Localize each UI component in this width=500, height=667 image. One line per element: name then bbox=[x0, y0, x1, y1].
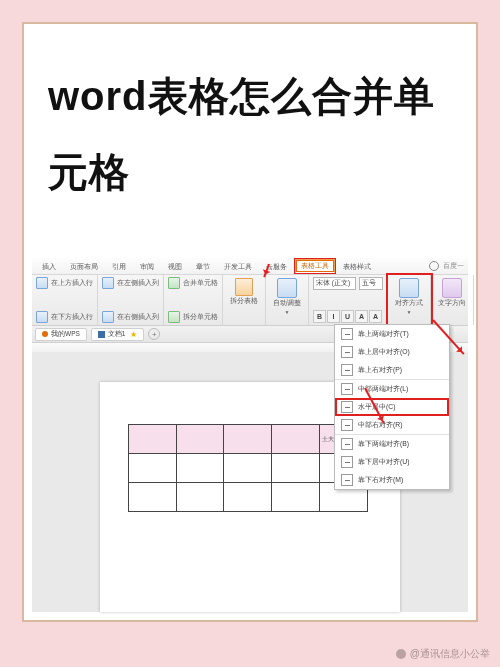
ribbon: 在上方插入行 在下方插入行 在左侧插入列 在右侧插入列 合并单元格 拆分单元格 … bbox=[32, 275, 468, 326]
font-style-button[interactable]: U bbox=[341, 310, 354, 323]
card: word表格怎么合并单元格 插入页面布局引用审阅视图章节开发工具云服务表格工具表… bbox=[22, 22, 478, 622]
menu-item-label: 靠下右对齐(M) bbox=[358, 475, 403, 485]
ribbon-tab[interactable]: 视图 bbox=[162, 260, 188, 273]
merge-cells-icon[interactable] bbox=[168, 277, 180, 289]
insert-col-left-icon[interactable] bbox=[102, 277, 114, 289]
grp-split-table: 拆分表格 bbox=[223, 275, 266, 325]
font-style-button[interactable]: I bbox=[327, 310, 340, 323]
menu-item-label: 靠下两端对齐(B) bbox=[358, 439, 409, 449]
headline: word表格怎么合并单元格 bbox=[24, 24, 476, 220]
ribbon-tab[interactable]: 审阅 bbox=[134, 260, 160, 273]
doc-chip[interactable]: 文档1 ★ bbox=[91, 328, 145, 341]
grp-merge: 合并单元格 拆分单元格 bbox=[164, 275, 223, 325]
ribbon-tab[interactable]: 章节 bbox=[190, 260, 216, 273]
table-cell[interactable] bbox=[272, 483, 320, 512]
ribbon-tab[interactable]: 表格工具 bbox=[295, 259, 335, 273]
grp-align[interactable]: 对齐方式 ▼ bbox=[388, 275, 431, 325]
table-cell[interactable] bbox=[224, 454, 272, 483]
tabs-right: 百度一 bbox=[429, 261, 468, 271]
table-cell[interactable] bbox=[176, 425, 224, 454]
table-cell[interactable] bbox=[176, 483, 224, 512]
grp-formula: fx快速计算 公式 bbox=[474, 275, 478, 325]
label-split-table[interactable]: 拆分表格 bbox=[230, 297, 258, 306]
align-option-icon bbox=[341, 456, 353, 468]
table-cell[interactable] bbox=[272, 425, 320, 454]
table-cell[interactable] bbox=[224, 425, 272, 454]
grp-font: 宋体 (正文) 五号 BIUAA bbox=[309, 275, 388, 325]
label-col-right[interactable]: 在右侧插入列 bbox=[117, 313, 159, 322]
font-style-buttons: BIUAA bbox=[313, 310, 383, 323]
watermark-text: @通讯信息小公举 bbox=[410, 647, 490, 661]
label-row-above[interactable]: 在上方插入行 bbox=[51, 279, 93, 288]
font-style-button[interactable]: A bbox=[369, 310, 382, 323]
menu-item-label: 靠下居中对齐(U) bbox=[358, 457, 409, 467]
ribbon-tab[interactable]: 表格样式 bbox=[337, 260, 377, 273]
align-option-icon bbox=[341, 401, 353, 413]
insert-row-above-icon[interactable] bbox=[36, 277, 48, 289]
ribbon-tab[interactable]: 页面布局 bbox=[64, 260, 104, 273]
align-option-icon bbox=[341, 364, 353, 376]
font-name-select[interactable]: 宋体 (正文) bbox=[313, 277, 356, 290]
chevron-down-icon[interactable]: ▼ bbox=[407, 309, 412, 315]
app-screenshot: 插入页面布局引用审阅视图章节开发工具云服务表格工具表格样式 百度一 在上方插入行… bbox=[32, 258, 468, 612]
insert-row-below-icon[interactable] bbox=[36, 311, 48, 323]
ribbon-tab[interactable]: 引用 bbox=[106, 260, 132, 273]
grp-text-dir: 文字方向 bbox=[431, 275, 474, 325]
menu-item-label: 靠上两端对齐(T) bbox=[358, 329, 409, 339]
label-split[interactable]: 拆分单元格 bbox=[183, 313, 218, 322]
font-style-button[interactable]: A bbox=[355, 310, 368, 323]
table-cell[interactable] bbox=[224, 483, 272, 512]
table-cell[interactable] bbox=[129, 483, 177, 512]
gear-icon[interactable] bbox=[429, 261, 439, 271]
align-menu-item[interactable]: 水平居中(C) bbox=[335, 398, 449, 416]
align-menu-item[interactable]: 中部两端对齐(L) bbox=[335, 379, 449, 398]
label-autofit[interactable]: 自动调整 bbox=[273, 299, 301, 308]
table-cell[interactable] bbox=[129, 425, 177, 454]
align-menu-item[interactable]: 中部右对齐(R) bbox=[335, 416, 449, 434]
label-col-left[interactable]: 在左侧插入列 bbox=[117, 279, 159, 288]
watermark: @通讯信息小公举 bbox=[396, 647, 490, 661]
grp-insert-rows: 在上方插入行 在下方插入行 bbox=[32, 275, 98, 325]
align-option-icon bbox=[341, 474, 353, 486]
align-menu-item[interactable]: 靠下右对齐(M) bbox=[335, 471, 449, 489]
label-merge[interactable]: 合并单元格 bbox=[183, 279, 218, 288]
wps-logo-icon bbox=[42, 331, 48, 337]
align-icon[interactable] bbox=[399, 278, 419, 298]
app-chip[interactable]: 我的WPS bbox=[35, 328, 87, 341]
table-cell[interactable] bbox=[129, 454, 177, 483]
align-menu-item[interactable]: 靠下两端对齐(B) bbox=[335, 434, 449, 453]
align-menu-item[interactable]: 靠下居中对齐(U) bbox=[335, 453, 449, 471]
font-style-button[interactable]: B bbox=[313, 310, 326, 323]
insert-col-right-icon[interactable] bbox=[102, 311, 114, 323]
ribbon-tab[interactable]: 插入 bbox=[36, 260, 62, 273]
align-option-icon bbox=[341, 419, 353, 431]
text-direction-icon[interactable] bbox=[442, 278, 462, 298]
label-text-dir[interactable]: 文字方向 bbox=[438, 299, 466, 308]
grp-insert-cols: 在左侧插入列 在右侧插入列 bbox=[98, 275, 164, 325]
new-tab-button[interactable]: + bbox=[148, 328, 160, 340]
table-cell[interactable] bbox=[272, 454, 320, 483]
menu-item-label: 靠上右对齐(P) bbox=[358, 365, 402, 375]
label-row-below[interactable]: 在下方插入行 bbox=[51, 313, 93, 322]
align-dropdown-menu: 靠上两端对齐(T)靠上居中对齐(O)靠上右对齐(P)中部两端对齐(L)水平居中(… bbox=[334, 324, 450, 490]
table-cell[interactable] bbox=[176, 454, 224, 483]
split-table-icon[interactable] bbox=[235, 278, 253, 296]
grp-autofit: 自动调整 ▼ bbox=[266, 275, 309, 325]
chevron-down-icon[interactable]: ▼ bbox=[285, 309, 290, 315]
align-menu-item[interactable]: 靠上居中对齐(O) bbox=[335, 343, 449, 361]
label-align[interactable]: 对齐方式 bbox=[395, 299, 423, 308]
align-menu-item[interactable]: 靠上两端对齐(T) bbox=[335, 325, 449, 343]
align-option-icon bbox=[341, 346, 353, 358]
align-menu-item[interactable]: 靠上右对齐(P) bbox=[335, 361, 449, 379]
align-option-icon bbox=[341, 383, 353, 395]
document-table[interactable]: 士大夫撒士大夫 bbox=[128, 424, 368, 512]
doc-chip-label: 文档1 bbox=[108, 330, 126, 339]
word-doc-icon bbox=[98, 331, 105, 338]
ribbon-tab[interactable]: 开发工具 bbox=[218, 260, 258, 273]
search-badge[interactable]: 百度一 bbox=[443, 261, 464, 271]
autofit-icon[interactable] bbox=[277, 278, 297, 298]
app-chip-label: 我的WPS bbox=[51, 330, 80, 339]
font-size-select[interactable]: 五号 bbox=[359, 277, 383, 290]
star-icon[interactable]: ★ bbox=[130, 330, 137, 339]
split-cells-icon[interactable] bbox=[168, 311, 180, 323]
